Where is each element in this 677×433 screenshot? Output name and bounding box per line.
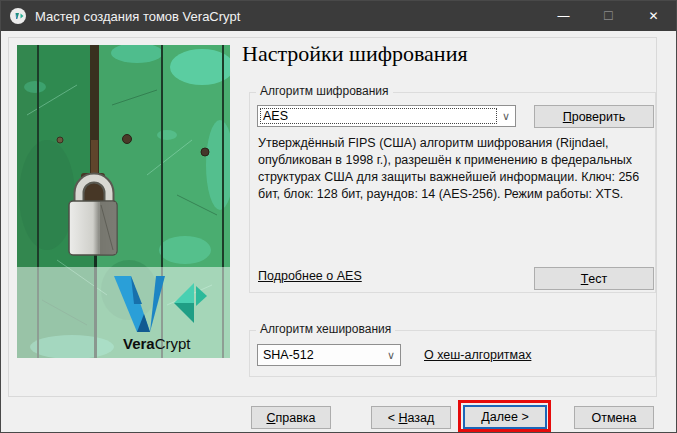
wizard-page-panel: VeraCrypt Настройки шифрования Алгоритм … bbox=[8, 37, 657, 397]
encryption-algorithm-group: Алгоритм шифрования AES ∨ Проверить Утве… bbox=[249, 92, 656, 293]
encryption-algorithm-select[interactable]: AES ∨ bbox=[257, 105, 516, 127]
veracrypt-wordmark: VeraCrypt bbox=[123, 335, 191, 352]
door-padlock-photo: VeraCrypt bbox=[17, 45, 230, 358]
chevron-down-icon: ∨ bbox=[497, 110, 515, 123]
close-button[interactable]: ✕ bbox=[631, 1, 676, 31]
page-title: Настройки шифрования bbox=[242, 41, 468, 67]
hash-algorithm-select[interactable]: SHA-512 ∨ bbox=[257, 344, 401, 366]
close-icon: ✕ bbox=[648, 9, 658, 23]
cancel-button[interactable]: Отмена bbox=[574, 406, 654, 429]
maximize-icon: ☐ bbox=[603, 9, 614, 23]
wizard-dialog: VeraCrypt Настройки шифрования Алгоритм … bbox=[1, 31, 676, 432]
benchmark-button[interactable]: Проверить bbox=[534, 105, 654, 128]
algorithm-description: Утверждённый FIPS (США) алгоритм шифрова… bbox=[258, 135, 656, 203]
encryption-group-label: Алгоритм шифрования bbox=[256, 84, 393, 98]
minimize-button[interactable]: — bbox=[541, 1, 586, 31]
window-title: Мастер создания томов VeraCrypt bbox=[35, 9, 240, 24]
encryption-algorithm-value: AES bbox=[260, 108, 497, 124]
chevron-down-icon: ∨ bbox=[382, 349, 400, 362]
maximize-button[interactable]: ☐ bbox=[586, 1, 631, 31]
more-about-aes-link[interactable]: Подробнее о AES bbox=[258, 269, 362, 283]
veracrypt-wizard-window: { "window": { "title": "Мастер создания … bbox=[0, 0, 677, 433]
veracrypt-app-icon bbox=[9, 7, 27, 25]
hash-algorithm-group: Алгоритм хеширования SHA-512 ∨ О хеш-алг… bbox=[249, 330, 656, 377]
next-button[interactable]: Далее > bbox=[463, 405, 547, 429]
hash-group-label: Алгоритм хеширования bbox=[256, 322, 395, 336]
minimize-icon: — bbox=[558, 9, 570, 23]
titlebar: Мастер создания томов VeraCrypt — ☐ ✕ bbox=[1, 1, 676, 31]
hash-algorithm-value: SHA-512 bbox=[258, 348, 382, 362]
hash-info-link[interactable]: О хеш-алгоритмах bbox=[424, 348, 531, 362]
window-controls: — ☐ ✕ bbox=[541, 1, 676, 31]
help-button[interactable]: Справка bbox=[251, 406, 331, 429]
test-button[interactable]: Тест bbox=[534, 267, 654, 290]
back-button[interactable]: < Назад bbox=[371, 406, 451, 429]
